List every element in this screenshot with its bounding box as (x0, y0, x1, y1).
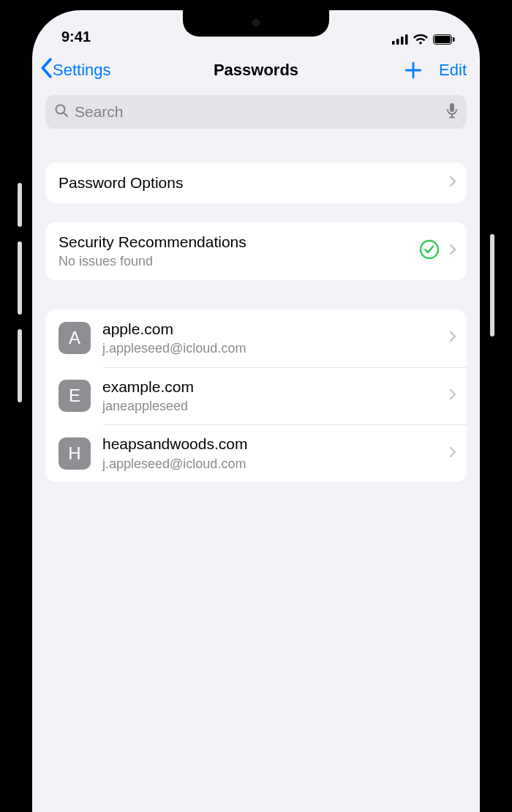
phone-frame: 9:41 Settings Passwords (22, 0, 490, 812)
security-recommendations-row[interactable]: Security Recommendations No issues found (45, 222, 467, 280)
svg-point-7 (56, 105, 65, 113)
search-icon (54, 103, 69, 121)
account-row[interactable]: Hheapsandwoods.comj.appleseed@icloud.com (45, 424, 467, 482)
dictate-icon[interactable] (446, 102, 458, 122)
search-placeholder: Search (75, 103, 446, 121)
password-options-label: Password Options (59, 173, 445, 192)
checkmark-circle-icon (418, 238, 440, 263)
password-options-row[interactable]: Password Options (45, 162, 467, 203)
add-button[interactable] (404, 61, 423, 80)
plus-icon (404, 61, 423, 80)
accounts-group: Aapple.comj.appleseed@icloud.comEexample… (45, 309, 467, 482)
back-label: Settings (53, 61, 111, 80)
account-user: janeappleseed (102, 398, 445, 415)
svg-rect-5 (434, 36, 451, 43)
volume-down-button (18, 329, 22, 402)
account-row[interactable]: Eexample.comjaneappleseed (45, 367, 467, 425)
chevron-right-icon (449, 388, 456, 403)
search-field[interactable]: Search (45, 95, 467, 129)
svg-line-8 (64, 113, 68, 116)
back-button[interactable]: Settings (39, 58, 111, 83)
status-time: 9:41 (61, 29, 91, 45)
svg-rect-3 (405, 34, 408, 45)
chevron-right-icon (449, 446, 456, 461)
account-site: example.com (102, 377, 445, 396)
account-user: j.appleseed@icloud.com (102, 340, 445, 357)
site-initial-icon: H (59, 437, 91, 470)
security-group: Security Recommendations No issues found (45, 222, 467, 280)
wifi-icon (413, 34, 429, 45)
mute-switch (18, 183, 22, 227)
battery-icon (433, 34, 455, 45)
power-button (490, 234, 494, 337)
svg-rect-9 (450, 103, 454, 112)
chevron-right-icon (449, 176, 456, 190)
chevron-right-icon (449, 244, 456, 258)
svg-rect-0 (392, 41, 395, 45)
security-subtitle: No issues found (59, 253, 418, 270)
svg-rect-2 (401, 37, 404, 45)
cellular-icon (392, 34, 408, 45)
volume-up-button (18, 241, 22, 315)
svg-rect-1 (396, 39, 399, 45)
nav-bar: Settings Passwords Edit (32, 48, 480, 92)
account-site: apple.com (102, 320, 445, 339)
security-title: Security Recommendations (59, 233, 418, 252)
chevron-left-icon (39, 58, 53, 83)
edit-button[interactable]: Edit (439, 61, 467, 80)
password-options-group: Password Options (45, 162, 467, 203)
account-site: heapsandwoods.com (102, 435, 445, 454)
account-row[interactable]: Aapple.comj.appleseed@icloud.com (45, 309, 467, 367)
chevron-right-icon (449, 331, 456, 345)
site-initial-icon: A (59, 322, 91, 354)
account-user: j.appleseed@icloud.com (102, 456, 445, 473)
notch (183, 10, 329, 37)
svg-rect-6 (453, 37, 455, 42)
screen: 9:41 Settings Passwords (32, 10, 480, 812)
site-initial-icon: E (59, 380, 91, 412)
